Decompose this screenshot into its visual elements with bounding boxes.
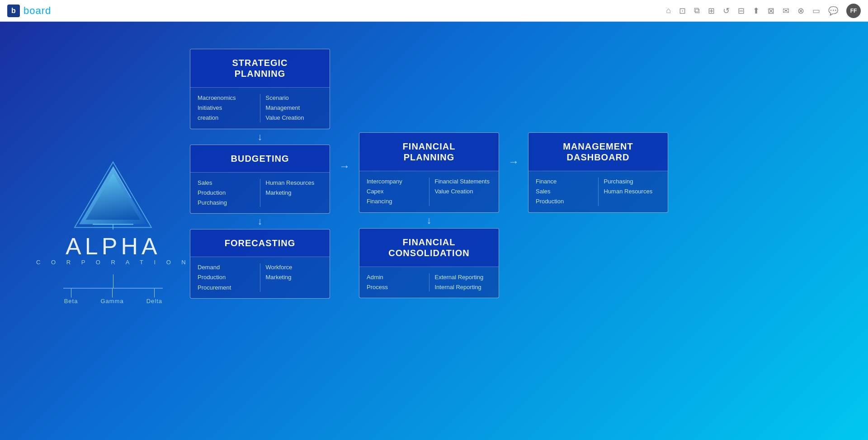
fc-item-4: Internal Reporting: [435, 283, 492, 291]
arrow-down-3: ↓: [427, 213, 432, 228]
budgeting-item-4: Human Resources: [266, 179, 323, 187]
strategic-planning-header: STRATEGICPLANNING: [190, 49, 330, 88]
alpha-triangle-logo: [68, 158, 158, 230]
fp-item-1: Intercompany: [367, 178, 424, 186]
upload-icon[interactable]: ⬆: [753, 6, 760, 16]
financial-planning-title: FINANCIALPLANNING: [368, 141, 490, 163]
financial-consolidation-col1: Admin Process: [367, 273, 424, 291]
financial-consolidation-col2: External Reporting Internal Reporting: [429, 273, 492, 291]
flow-diagram: STRATEGICPLANNING Macroenomics Initiativ…: [190, 49, 668, 299]
management-dashboard-body: Finance Sales Production Purchasing Huma…: [528, 171, 668, 212]
financial-consolidation-body: Admin Process External Reporting Interna…: [359, 267, 499, 298]
financial-planning-col2: Financial Statements Value Creation: [429, 178, 492, 206]
budgeting-col1: Sales Production Purchasing: [198, 179, 255, 207]
nav-logo: b: [7, 5, 20, 17]
arrow-right-1: →: [330, 160, 359, 173]
financial-consolidation-header: FINANCIALCONSOLIDATION: [359, 229, 499, 267]
mgmt-item-5: Human Resources: [604, 187, 661, 196]
org-child-delta: Delta: [146, 289, 162, 304]
management-dashboard-header: MANAGEMENTDASHBOARD: [528, 133, 668, 171]
budgeting-header: BUDGETING: [190, 145, 330, 173]
logo-area: ALPHA C O R P O R A T I O N Beta Gamma D: [36, 158, 190, 304]
budgeting-item-1: Sales: [198, 179, 255, 187]
fp-item-4: Financial Statements: [435, 178, 492, 186]
financial-planning-col1: Intercompany Capex Financing: [367, 178, 424, 206]
strategic-item-2: Initiatives: [198, 104, 255, 112]
window-icon[interactable]: ▭: [812, 6, 820, 16]
forecasting-col1: Demand Production Procurement: [198, 263, 255, 292]
financial-planning-header: FINANCIALPLANNING: [359, 133, 499, 171]
home-icon[interactable]: ⌂: [666, 6, 671, 15]
forecasting-body: Demand Production Procurement Workforce …: [190, 257, 330, 298]
strategic-col2: Scenario Management Value Creation: [260, 94, 323, 122]
strategic-planning-title: STRATEGICPLANNING: [199, 57, 321, 79]
org-vertical-line: [113, 275, 113, 288]
arrow-right-2: →: [499, 155, 528, 168]
fp-item-2: Capex: [367, 187, 424, 196]
strategic-item-6: Value Creation: [266, 114, 323, 122]
financial-consolidation-box[interactable]: FINANCIALCONSOLIDATION Admin Process Ext…: [359, 228, 499, 298]
mgmt-item-1: Finance: [536, 178, 593, 186]
middle-flow-column: FINANCIALPLANNING Intercompany Capex Fin…: [359, 132, 499, 298]
mgmt-item-2: Sales: [536, 187, 593, 196]
left-flow-column: STRATEGICPLANNING Macroenomics Initiativ…: [190, 49, 330, 299]
forecasting-item-2: Production: [198, 273, 255, 281]
fc-item-1: Admin: [367, 273, 424, 281]
fc-item-2: Process: [367, 283, 424, 291]
undo-icon[interactable]: ↺: [723, 6, 730, 16]
minimize-icon[interactable]: ⊟: [738, 6, 745, 16]
grid-icon[interactable]: ⊡: [679, 6, 686, 16]
management-dashboard-box[interactable]: MANAGEMENTDASHBOARD Finance Sales Produc…: [528, 132, 668, 213]
forecasting-item-3: Procurement: [198, 284, 255, 292]
financial-consolidation-title: FINANCIALCONSOLIDATION: [368, 237, 490, 258]
mail2-icon[interactable]: ⊗: [797, 6, 804, 16]
forecasting-item-5: Marketing: [266, 273, 323, 281]
financial-planning-box[interactable]: FINANCIALPLANNING Intercompany Capex Fin…: [359, 132, 499, 213]
org-children: Beta Gamma Delta: [64, 289, 162, 304]
financial-planning-body: Intercompany Capex Financing Financial S…: [359, 171, 499, 212]
fp-item-5: Value Creation: [435, 187, 492, 196]
mgmt-item-4: Purchasing: [604, 178, 661, 186]
management-col2: Purchasing Human Resources: [598, 178, 661, 206]
right-flow-column: MANAGEMENTDASHBOARD Finance Sales Produc…: [528, 132, 668, 213]
budgeting-title: BUDGETING: [199, 153, 321, 164]
strategic-col1: Macroenomics Initiatives creation: [198, 94, 255, 122]
layout-icon[interactable]: ⊞: [708, 6, 715, 16]
forecasting-item-1: Demand: [198, 263, 255, 271]
arrow-down-1: ↓: [258, 129, 263, 145]
corporation-label: C O R P O R A T I O N: [36, 259, 190, 266]
chat-icon[interactable]: 💬: [828, 6, 838, 16]
cross-icon[interactable]: ⊠: [768, 6, 774, 16]
budgeting-box[interactable]: BUDGETING Sales Production Purchasing Hu…: [190, 145, 330, 214]
forecasting-title: FORECASTING: [199, 238, 321, 248]
forecasting-box[interactable]: FORECASTING Demand Production Procuremen…: [190, 229, 330, 299]
forecasting-col2: Workforce Marketing: [260, 263, 323, 292]
strategic-item-5: Management: [266, 104, 323, 112]
budgeting-item-2: Production: [198, 189, 255, 197]
management-dashboard-title: MANAGEMENTDASHBOARD: [538, 141, 659, 163]
mgmt-item-3: Production: [536, 197, 593, 206]
mail-icon[interactable]: ✉: [783, 6, 789, 16]
budgeting-item-5: Marketing: [266, 189, 323, 197]
management-col1: Finance Sales Production: [536, 178, 593, 206]
budgeting-body: Sales Production Purchasing Human Resour…: [190, 173, 330, 214]
user-avatar[interactable]: FF: [846, 4, 861, 18]
panels-icon[interactable]: ⧉: [694, 6, 700, 15]
strategic-item-4: Scenario: [266, 94, 323, 102]
alpha-label: ALPHA: [66, 234, 161, 258]
forecasting-header: FORECASTING: [190, 229, 330, 257]
fp-item-3: Financing: [367, 197, 424, 206]
strategic-item-3: creation: [198, 114, 255, 122]
strategic-planning-box[interactable]: STRATEGICPLANNING Macroenomics Initiativ…: [190, 49, 330, 129]
main-content: ALPHA C O R P O R A T I O N Beta Gamma D: [0, 22, 868, 440]
nav-icons: ⌂ ⊡ ⧉ ⊞ ↺ ⊟ ⬆ ⊠ ✉ ⊗ ▭ 💬 FF: [666, 4, 861, 18]
org-child-gamma: Gamma: [100, 289, 123, 304]
org-chart: Beta Gamma Delta: [63, 275, 163, 304]
forecasting-item-4: Workforce: [266, 263, 323, 271]
fc-item-3: External Reporting: [435, 273, 492, 281]
svg-marker-2: [86, 173, 140, 220]
nav-brand: board: [24, 5, 51, 17]
strategic-item-1: Macroenomics: [198, 94, 255, 102]
arrow-down-2: ↓: [258, 214, 263, 229]
org-child-beta: Beta: [64, 289, 78, 304]
